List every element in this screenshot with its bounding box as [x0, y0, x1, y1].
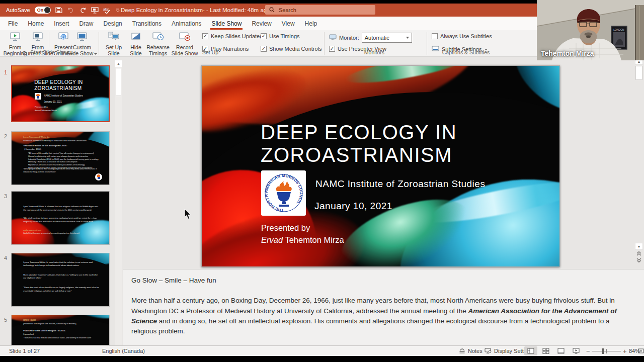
language-indicator[interactable]: English (Canada)	[102, 346, 145, 356]
search-icon	[269, 6, 275, 15]
normal-view-button[interactable]	[524, 346, 537, 355]
group-monitors: Monitors	[324, 49, 425, 55]
zoom-in-button[interactable]: +	[623, 346, 627, 356]
spellcheck-icon[interactable]: abc	[103, 7, 111, 14]
tab-home[interactable]: Home	[23, 17, 49, 30]
mouse-cursor	[184, 209, 193, 222]
thumbnail-scrollbar-thumb[interactable]	[116, 68, 121, 96]
custom-slide-show-icon	[76, 32, 88, 44]
autosave-toggle[interactable]: On	[35, 7, 51, 14]
scroll-up-icon[interactable]: ▲	[115, 60, 122, 67]
slide-title[interactable]: DEEP ECOLOGY IN ZOROASTRIANISM	[261, 121, 457, 166]
from-beginning-icon	[9, 32, 21, 44]
scroll-down-icon[interactable]: ▼	[635, 243, 643, 250]
tab-insert[interactable]: Insert	[49, 17, 74, 30]
monitor-icon	[329, 34, 337, 41]
namc-logo-icon	[35, 93, 41, 100]
letterbox-bottom	[0, 356, 644, 362]
namc-logo-icon	[95, 173, 102, 180]
rehearse-timings-icon	[152, 32, 164, 44]
tab-draw[interactable]: Draw	[74, 17, 98, 30]
record-slide-show-icon	[179, 32, 191, 44]
tab-transitions[interactable]: Transitions	[127, 17, 167, 30]
tab-help[interactable]: Help	[300, 17, 323, 30]
autosave-toggle-knob	[44, 7, 50, 13]
autosave-label: AutoSave	[6, 7, 30, 13]
notes-line-1: Go Slow – Smile – Have fun	[131, 276, 634, 286]
slide-subtitle[interactable]: NAMC Institute of Zoroastrian Studies	[315, 178, 485, 190]
previous-slide-icon[interactable]	[635, 251, 643, 258]
group-set-up: Set Up	[99, 49, 322, 55]
tab-slide-show[interactable]: Slide Show	[206, 17, 247, 30]
slide-thumbnail-1[interactable]: DEEP ECOLOGY INZOROASTRIANISM NAMC Insti…	[11, 65, 110, 122]
namc-logo[interactable]: THE NORTH AMERICAN MOBEDS COUNCIL	[261, 170, 306, 216]
slide-show-view-button[interactable]	[570, 346, 583, 355]
use-timings-checkbox[interactable]: ✓ Use Timings	[261, 33, 300, 39]
redo-icon[interactable]	[79, 7, 87, 14]
search-input[interactable]	[279, 7, 359, 13]
webcam-video[interactable]: LONDON Tehemton Mirza	[537, 0, 644, 60]
autosave-state: On	[37, 8, 44, 13]
slide-presenter[interactable]: Presented by Ervad Tehemton Mirza	[261, 222, 344, 246]
monitor-setting: Monitor: Automatic	[329, 33, 412, 43]
thumbnail-number-1: 1	[4, 69, 7, 75]
slide-background-art	[12, 66, 109, 121]
notes-toggle-button[interactable]: Notes	[459, 346, 482, 356]
tab-view[interactable]: View	[277, 17, 300, 30]
slide-counter[interactable]: Slide 1 of 27	[9, 346, 40, 356]
slide-thumbnail-5[interactable]: Bron Taylor [Professor of Religion and N…	[11, 315, 110, 345]
thumbnail-number-2: 2	[4, 133, 7, 139]
slide-thumbnail-2[interactable]: Lynn Townsend White Jr. Professor of Med…	[11, 131, 110, 185]
zoom-slider-thumb[interactable]	[602, 348, 604, 354]
slide-thumbnail-3[interactable]: Lynn Townsend White Jr. claimed that our…	[11, 191, 110, 245]
svg-text:abc: abc	[103, 8, 109, 11]
checkbox-checked-icon: ✓	[202, 33, 208, 39]
ribbon-separator	[49, 32, 49, 47]
slide-sorter-view-button[interactable]	[539, 346, 552, 355]
customize-qat-caret-icon[interactable]	[116, 8, 120, 12]
keep-slides-updated-checkbox[interactable]: ✓ Keep Slides Updated	[202, 33, 263, 39]
work-area: 1 DEEP ECOLOGY INZOROASTRIANISM NAMC Ins…	[0, 57, 644, 345]
tab-file[interactable]: File	[3, 17, 23, 30]
webcam-name-label: Tehemton Mirza	[541, 49, 594, 57]
slide-thumbnail-4[interactable]: Lynne Townsend White Jr. concludes that …	[11, 253, 110, 307]
thumbnail-number-5: 5	[4, 317, 7, 323]
status-bar: Slide 1 of 27 English (Canada) Notes Dis…	[0, 345, 644, 356]
tab-design[interactable]: Design	[98, 17, 127, 30]
powerpoint-window: AutoSave On abc Deep Ecology in Zoroastr…	[0, 0, 644, 362]
group-start-slide-show: Start Slide Show	[2, 49, 98, 55]
fit-slide-to-window-button[interactable]	[638, 346, 644, 356]
group-captions-subtitles: Captions & Subtitles	[427, 49, 505, 55]
from-current-slide-icon	[32, 32, 44, 44]
start-slideshow-icon[interactable]	[91, 7, 99, 14]
zoom-out-button[interactable]: −	[586, 346, 590, 356]
select-caret-icon	[406, 37, 409, 39]
slide-date[interactable]: January 10, 2021	[314, 201, 392, 212]
thumbnail-number-3: 3	[4, 193, 7, 199]
next-slide-icon[interactable]	[635, 258, 643, 265]
document-title[interactable]: Deep Ecology in Zoroastrianism- - Last M…	[121, 4, 277, 17]
notes-pane[interactable]: Go Slow – Smile – Have fun More than hal…	[123, 269, 644, 345]
notes-icon	[459, 348, 465, 354]
monitor-select[interactable]: Automatic	[362, 33, 412, 43]
thumbnail-scrollbar[interactable]: ▲	[115, 60, 122, 345]
scrollbar-thumb[interactable]	[635, 66, 642, 80]
checkbox-checked-icon: ✓	[261, 33, 267, 39]
always-use-subtitles-checkbox[interactable]: Always Use Subtitles	[432, 33, 492, 39]
quick-access-toolbar: AutoSave On abc	[6, 4, 120, 17]
search-box[interactable]	[265, 5, 375, 15]
checkbox-unchecked-icon	[432, 33, 438, 39]
tab-review[interactable]: Review	[247, 17, 276, 30]
zoom-slider-center-tick	[606, 349, 607, 353]
hide-slide-icon	[130, 32, 141, 44]
tab-animations[interactable]: Animations	[167, 17, 206, 30]
set-up-slide-show-icon	[108, 32, 120, 44]
svg-text:LONDON: LONDON	[613, 28, 624, 31]
thumbnail-number-4: 4	[4, 255, 7, 261]
namc-logo-icon: THE NORTH AMERICAN MOBEDS COUNCIL	[264, 173, 304, 213]
save-icon[interactable]	[55, 7, 62, 14]
reading-view-button[interactable]	[554, 346, 568, 355]
slide-canvas[interactable]: DEEP ECOLOGY IN ZOROASTRIANISM THE NORTH…	[201, 65, 560, 267]
undo-icon[interactable]	[67, 7, 74, 14]
notes-paragraph: More than half a century ago, on Boxing …	[131, 296, 634, 336]
